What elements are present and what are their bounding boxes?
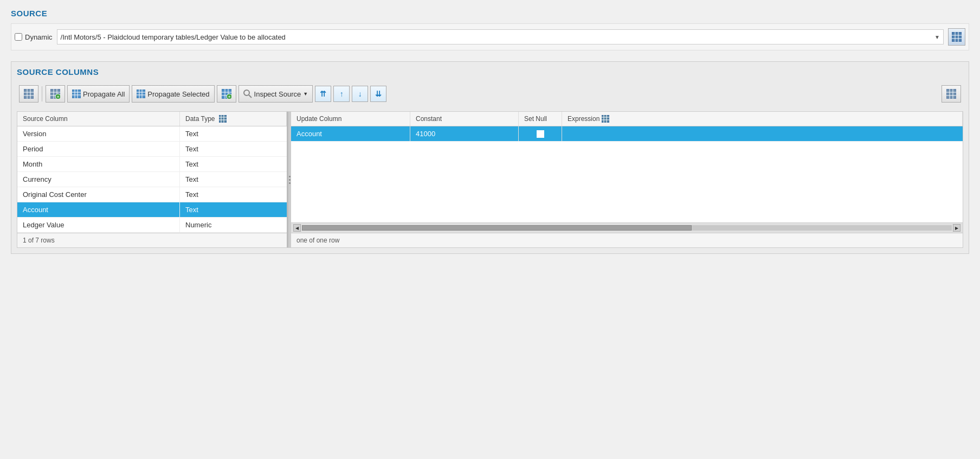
right-grid-icon [946,89,956,99]
propagate-selected-button[interactable]: Propagate Selected [132,85,214,103]
source-column-header: Source Column [17,112,180,126]
svg-rect-0 [952,32,962,42]
propagate-all-button[interactable]: Propagate All [67,85,130,103]
svg-text:+: + [57,94,60,99]
dynamic-checkbox[interactable] [15,33,22,41]
svg-text:+: + [228,94,230,99]
right-horizontal-scrollbar[interactable]: ◀ ▶ [291,222,963,233]
move-top-button[interactable]: ⇈ [315,86,331,102]
inspect-source-button[interactable]: Inspect Source ▼ [238,85,313,103]
svg-point-34 [244,90,249,95]
left-table: Source Column Data Type Ver [17,112,288,247]
grid-add-icon-2: + [222,89,231,99]
svg-rect-22 [137,90,145,98]
svg-rect-46 [602,115,609,123]
source-title: SOURCE [11,9,969,18]
source-path-dropdown[interactable]: /Intl Motors/5 - Plaidcloud temporary ta… [57,29,944,44]
source-columns-section: SOURCE COLUMNS [11,61,969,254]
left-table-header: Source Column Data Type [17,112,287,126]
move-up-button[interactable]: ↑ [333,86,350,102]
svg-line-35 [249,95,252,98]
scrollbar-thumb[interactable] [302,225,692,231]
move-bottom-button[interactable]: ⇊ [370,86,386,102]
right-table-footer: one of one row [291,233,963,247]
dropdown-arrow-icon: ▼ [932,34,940,40]
svg-rect-41 [219,115,227,123]
grid-button-1[interactable] [19,85,38,103]
grid-add-button[interactable]: + [46,85,65,103]
tables-area: Source Column Data Type Ver [17,111,963,248]
main-container: SOURCE Dynamic /Intl Motors/5 - Plaidclo… [0,0,980,459]
move-bottom-icon: ⇊ [375,90,382,98]
datatype-column-header: Data Type [180,112,287,126]
table-row[interactable]: Ledger Value Numeric [17,218,287,233]
constant-column-header: Constant [410,112,519,126]
left-table-footer: 1 of 7 rows [17,233,287,247]
dynamic-label[interactable]: Dynamic [15,33,53,41]
expression-column-header: Expression [562,112,963,126]
right-grid-button[interactable] [942,85,961,103]
source-grid-button[interactable] [948,28,965,46]
right-table-header: Update Column Constant Set Null Expressi… [291,112,963,126]
table-row[interactable]: Currency Text [17,172,287,187]
grid-icon-1 [24,89,34,99]
grid-add-icon: + [50,89,60,99]
expression-icon [602,115,609,123]
right-table-row-selected[interactable]: Account 41000 [291,126,963,142]
grid-add-button-2[interactable]: + [217,85,236,103]
table-row[interactable]: Month Text [17,157,287,172]
setnull-checkbox[interactable] [537,130,544,138]
source-row: Dynamic /Intl Motors/5 - Plaidcloud temp… [11,23,969,50]
left-row-count: 1 of 7 rows [23,237,55,244]
scrollbar-track[interactable] [302,225,952,231]
table-row[interactable]: Original Cost Center Text [17,187,287,202]
move-top-icon: ⇈ [320,90,326,98]
scroll-left-arrow[interactable]: ◀ [293,224,301,232]
table-row[interactable]: Version Text [17,126,287,142]
svg-rect-36 [946,89,956,99]
right-row-count: one of one row [296,237,339,244]
source-section: SOURCE Dynamic /Intl Motors/5 - Plaidclo… [11,9,969,50]
propagate-selected-label: Propagate Selected [147,90,209,98]
grid-icon [952,32,962,42]
update-column-header: Update Column [291,112,410,126]
svg-rect-5 [24,89,34,99]
move-down-icon: ↓ [358,90,362,98]
setnull-column-header: Set Null [519,112,562,126]
svg-rect-17 [72,90,81,98]
propagate-selected-icon [137,90,145,98]
table-row-selected[interactable]: Account Text [17,202,287,218]
inspect-icon [243,90,252,98]
inspect-dropdown-arrow: ▼ [303,91,308,97]
propagate-all-label: Propagate All [83,90,125,98]
source-path-text: /Intl Motors/5 - Plaidcloud temporary ta… [61,33,933,41]
move-down-button[interactable]: ↓ [352,86,368,102]
datatype-icon [219,115,227,123]
toolbar: + Propagate All [17,82,963,106]
table-row[interactable]: Period Text [17,142,287,157]
inspect-source-label: Inspect Source [254,90,301,98]
move-up-icon: ↑ [340,90,344,98]
propagate-all-icon [72,90,81,98]
separator-1 [42,86,42,101]
source-columns-title: SOURCE COLUMNS [17,67,963,76]
scroll-right-arrow[interactable]: ▶ [953,224,960,232]
right-table: Update Column Constant Set Null Expressi… [291,112,963,247]
